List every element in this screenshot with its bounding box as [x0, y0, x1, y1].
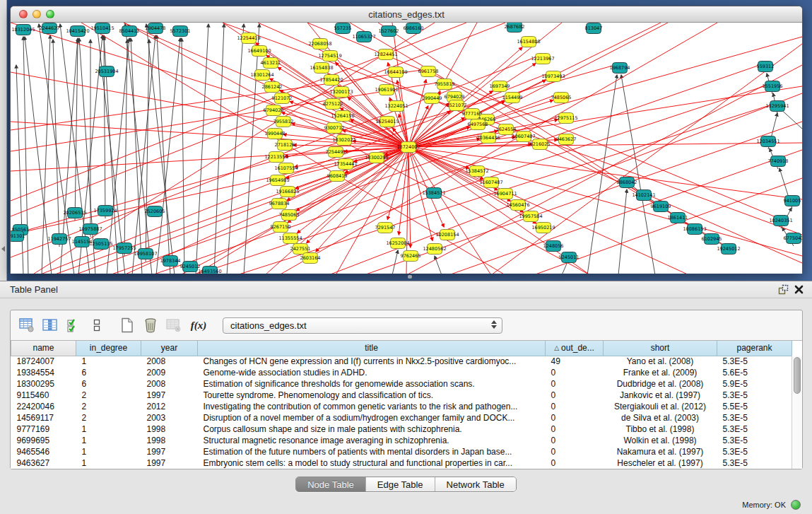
graph-node[interactable]: 7955812	[273, 117, 294, 127]
table-cell[interactable]: Hescheler et al. (1997)	[604, 457, 717, 469]
table-cell[interactable]: 2009	[141, 367, 198, 378]
tab-edge-table[interactable]: Edge Table	[366, 477, 435, 491]
table-cell[interactable]: Jankovic et al. (1997)	[604, 390, 717, 401]
graph-node[interactable]: 14102141	[632, 190, 655, 201]
table-cell[interactable]: Tourette syndrome. Phenomenology and cla…	[198, 390, 546, 401]
graph-node[interactable]: 5572301	[170, 26, 191, 37]
column-header-name[interactable]: name	[11, 341, 76, 356]
table-cell[interactable]: Investigating the contribution of common…	[198, 401, 546, 412]
table-row[interactable]: 1456911722003Disruption of a novel membe…	[11, 412, 792, 424]
graph-node[interactable]: 19957584	[519, 211, 542, 222]
graph-node[interactable]: 391301	[11, 231, 25, 242]
graph-node[interactable]: 12034551	[756, 136, 779, 147]
table-cell[interactable]: 19384554	[11, 367, 76, 378]
graph-node[interactable]: 14560476	[506, 200, 529, 211]
table-cell[interactable]: 2008	[141, 356, 198, 367]
float-panel-icon[interactable]	[775, 283, 791, 297]
graph-edge[interactable]	[146, 40, 149, 262]
graph-node[interactable]: 9300712	[324, 123, 345, 134]
table-cell[interactable]: 1	[76, 424, 141, 435]
graph-node[interactable]: 13224051	[384, 101, 408, 112]
table-row[interactable]: 1872400712008Changes of HCN gene express…	[11, 356, 792, 367]
graph-edge[interactable]	[392, 23, 408, 147]
select-columns-icon[interactable]	[63, 315, 84, 336]
delete-table-icon[interactable]	[140, 315, 161, 336]
table-cell[interactable]: 1998	[141, 435, 198, 446]
graph-node[interactable]: 2244627	[40, 23, 60, 34]
graph-node[interactable]: 9608419	[327, 171, 348, 182]
memory-status-indicator[interactable]	[791, 500, 801, 510]
graph-node[interactable]: 4275122	[323, 99, 343, 110]
graph-edge[interactable]	[491, 44, 802, 274]
table-cell[interactable]: 0	[546, 446, 604, 457]
graph-node[interactable]: 9245012	[180, 262, 201, 272]
table-row[interactable]: 946554611997Estimation of the future num…	[11, 446, 792, 457]
table-cell[interactable]: 1	[76, 435, 141, 446]
table-cell[interactable]: 5.3E-5	[717, 424, 792, 435]
table-cell[interactable]: 5.6E-5	[717, 367, 792, 378]
scrollbar-thumb[interactable]	[794, 357, 801, 394]
table-cell[interactable]: 1997	[141, 446, 198, 457]
graph-node[interactable]: 6794028	[264, 105, 284, 116]
graph-node[interactable]: 19510415	[90, 23, 114, 34]
graph-node[interactable]: 7485065	[551, 93, 572, 103]
graph-node[interactable]: 813047	[585, 23, 603, 34]
zoom-window-icon[interactable]	[46, 10, 54, 18]
table-cell[interactable]: 2012	[141, 401, 198, 412]
graph-node[interactable]: 16649100	[247, 46, 271, 57]
table-cell[interactable]: Yano et al. (2008)	[604, 356, 717, 367]
graph-edge[interactable]	[53, 40, 59, 247]
graph-node[interactable]: 1968794	[610, 63, 630, 74]
show-column-icon[interactable]	[40, 315, 61, 336]
table-vertical-scrollbar[interactable]	[792, 356, 802, 469]
graph-node[interactable]: 7740918	[768, 156, 789, 167]
table-cell[interactable]: Stergiakouli et al. (2012)	[604, 401, 717, 412]
table-cell[interactable]: 5.3E-5	[717, 390, 792, 401]
graph-node[interactable]: 9678834	[269, 199, 290, 209]
table-row[interactable]: 1830029562008Estimation of significance …	[11, 378, 792, 390]
table-row[interactable]: 946362711997Embryonic stem cells: a mode…	[11, 457, 792, 469]
table-cell[interactable]: 2	[76, 401, 141, 412]
graph-node[interactable]: 15384571	[422, 188, 445, 199]
graph-node[interactable]: 1697349	[490, 81, 510, 92]
table-cell[interactable]: Disruption of a novel member of a sodium…	[198, 412, 546, 424]
graph-edge[interactable]	[244, 24, 259, 274]
graph-node[interactable]: 2520605	[145, 206, 165, 217]
graph-node[interactable]: 1978344	[160, 256, 181, 267]
table-cell[interactable]: 0	[546, 367, 604, 378]
graph-node[interactable]: 12213967	[531, 54, 554, 64]
graph-node[interactable]: 19061901	[375, 85, 398, 95]
table-cell[interactable]: 5.3E-5	[717, 446, 792, 457]
graph-node[interactable]: 16950219	[531, 223, 555, 233]
graph-node[interactable]: 8504412	[119, 26, 140, 37]
graph-edge[interactable]	[97, 24, 125, 274]
graph-node[interactable]: 12480562	[423, 244, 446, 255]
graph-node[interactable]: 2904478	[146, 23, 166, 34]
graph-node[interactable]: 1861411	[668, 213, 688, 223]
table-cell[interactable]: 9777169	[11, 424, 76, 435]
graph-edge[interactable]	[182, 38, 184, 274]
table-cell[interactable]: Wolkin et al. (1998)	[604, 435, 717, 446]
row-height-icon[interactable]	[86, 315, 107, 336]
graph-node[interactable]: 941005	[784, 196, 801, 206]
table-cell[interactable]: Structural magnetic resonance image aver…	[198, 435, 546, 446]
table-cell[interactable]: 6	[76, 378, 141, 390]
graph-node[interactable]: 1624554	[496, 124, 517, 135]
table-cell[interactable]: Nakamura et al. (1997)	[604, 446, 717, 457]
graph-node[interactable]: 12213553	[264, 152, 288, 163]
function-builder-icon[interactable]: f(x)	[187, 315, 211, 336]
table-cell[interactable]: 2003	[141, 412, 198, 424]
graph-node[interactable]: 17354441	[334, 159, 357, 170]
graph-node[interactable]: 7955813	[435, 79, 455, 90]
graph-edge[interactable]	[316, 147, 408, 252]
graph-edge[interactable]	[32, 23, 435, 274]
table-cell[interactable]: 2	[76, 390, 141, 401]
graph-node[interactable]: 6102945	[702, 234, 722, 245]
graph-node[interactable]: 9463627	[556, 134, 577, 145]
graph-node[interactable]: 6775041	[784, 233, 802, 244]
table-row[interactable]: 1938455462009Genome-wide association stu…	[11, 367, 792, 378]
graph-node[interactable]: 11355554	[278, 233, 302, 244]
graph-node[interactable]: 1551956	[763, 81, 783, 92]
table-cell[interactable]: 1	[76, 446, 141, 457]
graph-node[interactable]: 11942757	[47, 234, 71, 245]
